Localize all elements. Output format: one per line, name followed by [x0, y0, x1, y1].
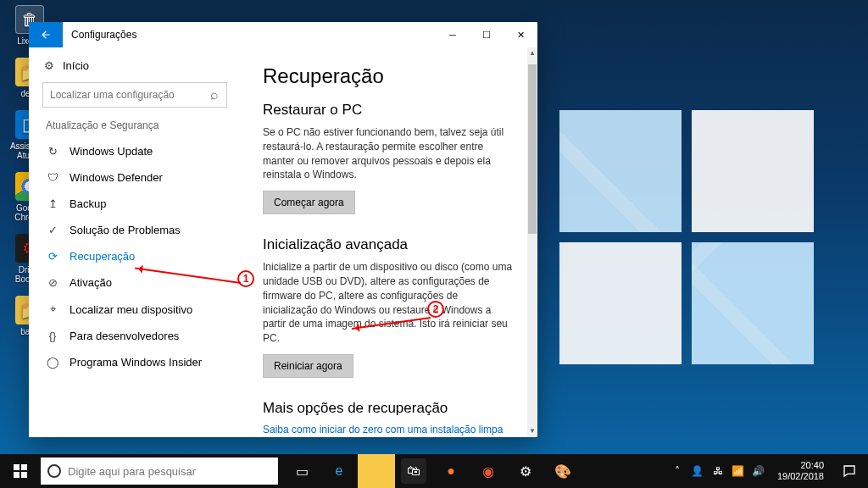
sidebar-home[interactable]: ⚙ Início: [36, 54, 234, 77]
taskbar-app-red[interactable]: ◉: [470, 454, 507, 488]
window-title: Configurações: [63, 29, 436, 41]
taskbar-ie[interactable]: e: [320, 454, 358, 488]
taskbar-browser[interactable]: ●: [432, 454, 470, 488]
sidebar-home-label: Início: [63, 59, 89, 72]
search-input[interactable]: [43, 89, 203, 101]
scroll-up-icon[interactable]: ▲: [527, 47, 537, 59]
section-restore-pc: Restaurar o PC Se o PC não estiver funci…: [263, 102, 515, 214]
sidebar-item[interactable]: ◯Programa Windows Insider: [36, 349, 234, 375]
settings-window: Configurações ─ ☐ ✕ ⚙ Início ⌕ Atualizaç…: [29, 22, 537, 437]
system-tray: ˄ 👤 🖧 📶 🔊 20:40 19/02/2018: [669, 454, 868, 488]
arrow-left-icon: [40, 29, 52, 41]
taskbar-search-placeholder: Digite aqui para pesquisar: [68, 465, 196, 478]
sidebar-item[interactable]: {}Para desenvolvedores: [36, 323, 234, 349]
sidebar-item-label: Localizar meu dispositivo: [70, 303, 192, 316]
task-view-button[interactable]: ▭: [283, 454, 320, 488]
section-more-options: Mais opções de recuperação Saiba como in…: [263, 400, 515, 437]
sidebar-item-icon: ⊘: [46, 276, 59, 289]
clean-install-link[interactable]: Saiba como iniciar do zero com uma insta…: [263, 424, 515, 437]
taskbar: Digite aqui para pesquisar ▭ e 🗂 🛍 ● ◉ ⚙…: [0, 454, 868, 488]
sidebar-item-label: Recuperação: [70, 250, 135, 263]
sidebar-item-label: Backup: [70, 197, 106, 210]
scroll-down-icon[interactable]: ▼: [527, 425, 537, 437]
settings-sidebar: ⚙ Início ⌕ Atualização e Segurança ↻Wind…: [29, 47, 241, 437]
sidebar-item-icon: ⌖: [46, 302, 59, 316]
close-button[interactable]: ✕: [504, 22, 537, 47]
taskbar-explorer[interactable]: 🗂: [358, 454, 395, 488]
settings-search[interactable]: ⌕: [42, 82, 227, 108]
section-body: Inicialize a partir de um dispositivo ou…: [263, 260, 515, 346]
sidebar-item-label: Programa Windows Insider: [70, 356, 202, 369]
sidebar-item[interactable]: ✓Solução de Problemas: [36, 217, 234, 243]
sidebar-item[interactable]: 🛡Windows Defender: [36, 164, 234, 191]
sidebar-item-icon: ↥: [46, 197, 59, 210]
sidebar-item-label: Solução de Problemas: [70, 224, 181, 236]
settings-content: Recuperação Restaurar o PC Se o PC não e…: [241, 47, 537, 437]
desktop-wallpaper: 🗑Lixeira📁desk◳Assistente AtualizGoogle C…: [0, 0, 868, 488]
tray-people-icon[interactable]: 👤: [689, 454, 706, 488]
maximize-button[interactable]: ☐: [470, 22, 504, 47]
section-title: Mais opções de recuperação: [263, 400, 515, 417]
sidebar-item-icon: {}: [46, 330, 59, 342]
section-advanced-startup: Inicialização avançada Inicialize a part…: [263, 236, 515, 378]
tray-overflow[interactable]: ˄: [669, 454, 686, 488]
sidebar-item-icon: ✓: [46, 224, 59, 236]
sidebar-item-icon: ◯: [46, 356, 59, 369]
taskbar-clock[interactable]: 20:40 19/02/2018: [771, 460, 831, 482]
windows-logo-icon: [14, 464, 27, 478]
content-scrollbar[interactable]: ▲ ▼: [527, 47, 537, 437]
sidebar-item-icon: 🛡: [46, 171, 59, 184]
titlebar: Configurações ─ ☐ ✕: [29, 22, 537, 47]
taskbar-settings[interactable]: ⚙: [507, 454, 544, 488]
sidebar-item[interactable]: ↥Backup: [36, 191, 234, 217]
tray-network-icon[interactable]: 🖧: [709, 454, 726, 488]
sidebar-item[interactable]: ↻Windows Update: [36, 138, 234, 164]
notification-icon: [843, 464, 856, 478]
search-icon: ⌕: [203, 87, 226, 103]
section-title: Restaurar o PC: [263, 102, 515, 119]
sidebar-item[interactable]: ⟳Recuperação: [36, 243, 234, 269]
taskbar-paint[interactable]: 🎨: [544, 454, 581, 488]
restart-now-button[interactable]: Reiniciar agora: [263, 354, 353, 378]
start-button[interactable]: [0, 454, 41, 488]
sidebar-item-label: Windows Defender: [70, 171, 163, 184]
sidebar-item-label: Windows Update: [70, 145, 153, 158]
minimize-button[interactable]: ─: [436, 22, 470, 47]
sidebar-category: Atualização e Segurança: [36, 116, 234, 138]
scrollbar-thumb[interactable]: [528, 64, 537, 234]
sidebar-item[interactable]: ⊘Ativação: [36, 269, 234, 296]
get-started-button[interactable]: Começar agora: [263, 191, 355, 214]
cortana-icon: [47, 464, 61, 478]
taskbar-search[interactable]: Digite aqui para pesquisar: [41, 458, 278, 485]
section-title: Inicialização avançada: [263, 236, 515, 253]
sidebar-item-icon: ⟳: [46, 250, 59, 263]
taskbar-store[interactable]: 🛍: [401, 458, 426, 484]
action-center-button[interactable]: [834, 454, 865, 488]
sidebar-item-label: Ativação: [70, 276, 112, 289]
tray-wifi-icon[interactable]: 📶: [730, 454, 747, 488]
sidebar-item-icon: ↻: [46, 145, 59, 158]
back-button[interactable]: [29, 22, 63, 47]
sidebar-item[interactable]: ⌖Localizar meu dispositivo: [36, 296, 234, 323]
page-title: Recuperação: [263, 64, 515, 88]
clock-date: 19/02/2018: [777, 471, 824, 482]
gear-icon: ⚙: [44, 59, 54, 72]
section-body: Se o PC não estiver funcionando bem, tal…: [263, 125, 515, 182]
clock-time: 20:40: [777, 460, 824, 471]
sidebar-item-label: Para desenvolvedores: [70, 330, 179, 342]
tray-volume-icon[interactable]: 🔊: [750, 454, 767, 488]
